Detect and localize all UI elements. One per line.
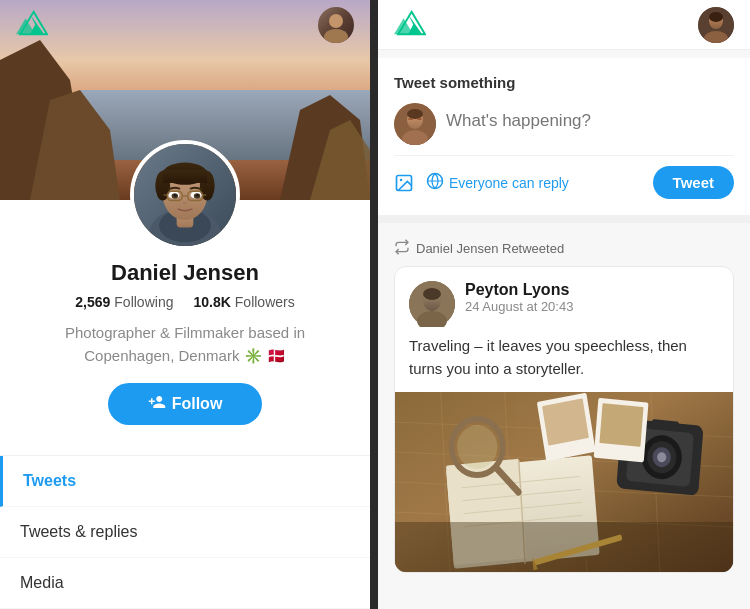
tweet-submit-button[interactable]: Tweet <box>653 166 734 199</box>
svg-rect-74 <box>542 398 589 445</box>
following-stat: 2,569 Following <box>75 294 173 310</box>
tweet-text: Traveling – it leaves you speechless, th… <box>395 335 733 392</box>
tweet-button-label: Tweet <box>673 174 714 191</box>
following-count: 2,569 <box>75 294 110 310</box>
tweet-user-avatar <box>409 281 455 327</box>
svg-point-71 <box>457 425 497 469</box>
tweet-input-row <box>394 103 734 145</box>
follow-button[interactable]: Follow <box>108 383 263 425</box>
followers-stat: 10.8K Followers <box>193 294 294 310</box>
left-user-avatar[interactable] <box>318 7 354 43</box>
compose-title: Tweet something <box>394 74 734 91</box>
tweet-input[interactable] <box>446 103 734 139</box>
svg-rect-77 <box>395 522 733 572</box>
reply-option[interactable]: Everyone can reply <box>426 172 569 193</box>
nav-tweets-label: Tweets <box>23 472 76 489</box>
profile-nav: Tweets Tweets & replies Media <box>0 455 370 609</box>
svg-point-44 <box>423 288 441 300</box>
profile-name: Daniel Jensen <box>111 260 259 286</box>
retweet-section: Daniel Jensen Retweeted <box>378 231 750 581</box>
media-actions: Everyone can reply <box>394 172 569 193</box>
svg-rect-76 <box>599 403 643 447</box>
svg-point-31 <box>709 12 723 22</box>
nav-tweets-replies-label: Tweets & replies <box>20 523 137 540</box>
tweet-username: Peyton Lyons <box>465 281 719 299</box>
profile-bio: Photographer & Filmmaker based in Copenh… <box>45 322 325 367</box>
left-panel: Daniel Jensen 2,569 Following 10.8K Foll… <box>0 0 370 609</box>
tweet-compose-section: Tweet something <box>378 58 750 223</box>
nav-media-label: Media <box>20 574 64 591</box>
panel-divider <box>370 0 378 609</box>
svg-point-39 <box>400 178 403 181</box>
profile-section: Daniel Jensen 2,569 Following 10.8K Foll… <box>0 200 370 445</box>
reply-option-label: Everyone can reply <box>449 175 569 191</box>
nav-tweets-replies[interactable]: Tweets & replies <box>0 507 370 558</box>
retweet-label-text: Daniel Jensen Retweeted <box>416 241 564 256</box>
retweet-icon <box>394 239 410 258</box>
tweet-card: Peyton Lyons 24 August at 20:43 Travelin… <box>394 266 734 573</box>
svg-rect-37 <box>417 118 422 120</box>
tweet-timestamp: 24 August at 20:43 <box>465 299 719 314</box>
svg-point-22 <box>196 194 199 197</box>
svg-point-35 <box>407 109 423 119</box>
profile-stats: 2,569 Following 10.8K Followers <box>75 294 294 310</box>
profile-avatar <box>130 140 240 250</box>
left-logo[interactable] <box>16 9 48 41</box>
svg-point-0 <box>329 14 343 28</box>
nav-media[interactable]: Media <box>0 558 370 609</box>
follow-icon <box>148 393 166 415</box>
follow-label: Follow <box>172 395 223 413</box>
svg-rect-16 <box>163 170 208 183</box>
retweet-label: Daniel Jensen Retweeted <box>394 239 734 258</box>
tweet-actions: Everyone can reply Tweet <box>394 155 734 199</box>
following-label: Following <box>114 294 173 310</box>
nav-tweets[interactable]: Tweets <box>0 456 370 507</box>
globe-icon <box>426 172 444 193</box>
tweet-user-info: Peyton Lyons 24 August at 20:43 <box>465 281 719 314</box>
tweet-card-header: Peyton Lyons 24 August at 20:43 <box>395 267 733 335</box>
svg-point-21 <box>174 194 177 197</box>
svg-point-1 <box>324 29 348 43</box>
right-logo[interactable] <box>394 9 426 41</box>
compose-avatar <box>394 103 436 145</box>
right-header <box>378 0 750 50</box>
left-header <box>0 0 370 50</box>
followers-label: Followers <box>235 294 295 310</box>
right-user-avatar[interactable] <box>698 7 734 43</box>
tweet-image <box>395 392 733 572</box>
followers-count: 10.8K <box>193 294 230 310</box>
svg-rect-36 <box>408 118 413 120</box>
image-icon[interactable] <box>394 173 414 193</box>
right-panel: Tweet something <box>378 0 750 609</box>
